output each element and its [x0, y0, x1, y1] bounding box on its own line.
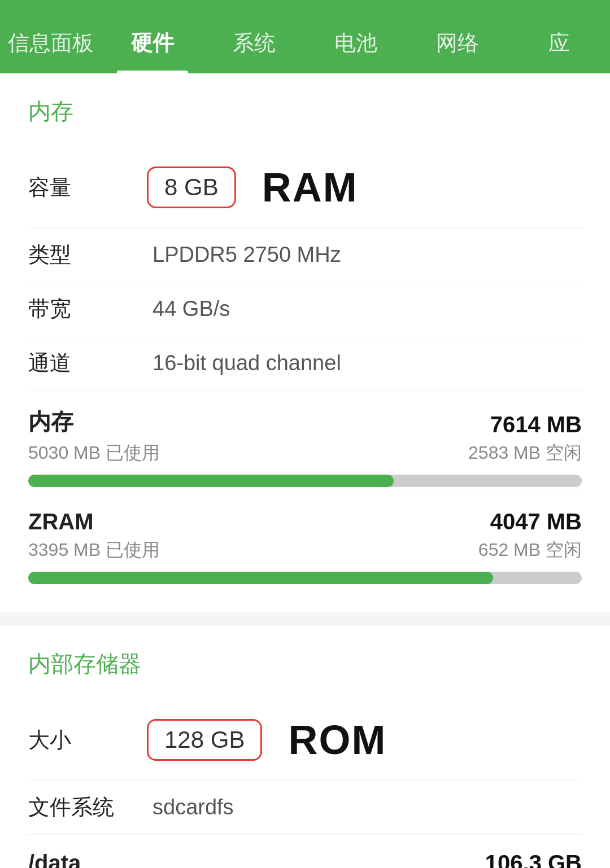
storage-section-title: 内部存储器 — [28, 648, 582, 680]
memory-channel-row: 通道 16-bit quad channel — [28, 336, 582, 391]
memory-capacity-label: 容量 — [28, 173, 130, 202]
memory-bandwidth-value: 44 GB/s — [152, 297, 230, 321]
nav-item-apps[interactable]: 应 — [508, 29, 610, 73]
zram-bar-fill — [28, 572, 493, 584]
zram-bar-free: 652 MB 空闲 — [478, 538, 582, 563]
data-bar-title: /data — [28, 851, 81, 868]
storage-capacity-badge: 128 GB — [147, 719, 262, 761]
zram-bar-row: ZRAM 4047 MB 3395 MB 已使用 652 MB 空闲 — [28, 493, 582, 590]
ram-bar-used: 5030 MB 已使用 — [28, 441, 160, 466]
zram-bar-title: ZRAM — [28, 509, 94, 534]
memory-bandwidth-label: 带宽 — [28, 295, 130, 323]
ram-bar-track — [28, 475, 582, 487]
storage-capacity-label: 大小 — [28, 726, 130, 755]
memory-channel-label: 通道 — [28, 349, 130, 378]
ram-bar-row: 内存 7614 MB 5030 MB 已使用 2583 MB 空闲 — [28, 391, 582, 493]
memory-capacity-row: 容量 8 GB RAM — [28, 147, 582, 228]
memory-bandwidth-row: 带宽 44 GB/s — [28, 282, 582, 336]
storage-section: 内部存储器 大小 128 GB ROM 文件系统 sdcardfs /data … — [0, 626, 610, 868]
ram-bar-title: 内存 — [28, 406, 73, 437]
nav-item-hardware[interactable]: 硬件 — [102, 29, 203, 73]
nav-item-battery[interactable]: 电池 — [305, 29, 407, 73]
memory-capacity-badge: 8 GB — [147, 166, 236, 208]
storage-capacity-row: 大小 128 GB ROM — [28, 700, 582, 781]
top-nav: 信息面板 硬件 系统 电池 网络 应 — [0, 0, 610, 73]
ram-bar-free: 2583 MB 空闲 — [468, 441, 582, 466]
data-bar-row: /data 106.3 GB 25.9 GB 已使用 80.4 GB 空闲 — [28, 835, 582, 868]
storage-filesystem-value: sdcardfs — [152, 795, 234, 819]
memory-capacity-type: RAM — [262, 164, 358, 211]
storage-capacity-type: ROM — [288, 717, 386, 763]
memory-type-row: 类型 LPDDR5 2750 MHz — [28, 228, 582, 282]
ram-bar-fill — [28, 475, 394, 487]
memory-type-value: LPDDR5 2750 MHz — [152, 243, 341, 267]
data-bar-total: 106.3 GB — [485, 851, 582, 868]
nav-item-system[interactable]: 系统 — [203, 29, 305, 73]
nav-item-network[interactable]: 网络 — [407, 29, 508, 73]
zram-bar-track — [28, 572, 582, 584]
memory-section: 内存 容量 8 GB RAM 类型 LPDDR5 2750 MHz 带宽 44 … — [0, 73, 610, 612]
zram-bar-used: 3395 MB 已使用 — [28, 538, 160, 563]
zram-bar-total: 4047 MB — [490, 509, 582, 534]
nav-item-info-panel[interactable]: 信息面板 — [0, 29, 102, 73]
memory-channel-value: 16-bit quad channel — [152, 351, 341, 375]
storage-filesystem-label: 文件系统 — [28, 793, 130, 822]
ram-bar-total: 7614 MB — [490, 412, 582, 437]
memory-type-label: 类型 — [28, 240, 130, 269]
storage-filesystem-row: 文件系统 sdcardfs — [28, 781, 582, 835]
memory-section-title: 内存 — [28, 96, 582, 127]
